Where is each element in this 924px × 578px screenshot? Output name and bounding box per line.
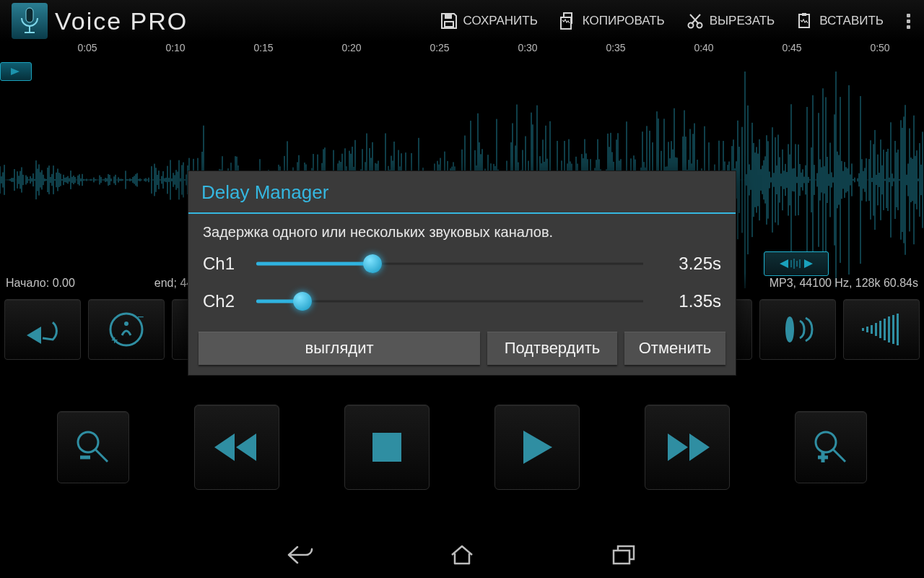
- timeline-tick: 0:40: [660, 42, 748, 62]
- overflow-menu-button[interactable]: [894, 12, 920, 31]
- ch1-slider-thumb[interactable]: [363, 254, 382, 273]
- copy-button[interactable]: КОПИРОВАТЬ: [548, 0, 675, 42]
- ch1-value: 3.25s: [656, 254, 721, 274]
- svg-marker-687: [689, 434, 710, 461]
- ch1-row: Ch1 3.25s: [188, 245, 736, 282]
- timeline: 0:05 0:10 0:15 0:20 0:25 0:30 0:35 0:40 …: [0, 42, 924, 62]
- app-title: Voice PRO: [55, 7, 188, 35]
- paste-button[interactable]: ВСТАВИТЬ: [785, 0, 894, 42]
- zoom-out-button[interactable]: [57, 411, 129, 483]
- svg-rect-693: [614, 551, 629, 564]
- format-info: MP3, 44100 Hz, 128k 60.84s: [770, 277, 918, 290]
- recents-nav-button[interactable]: [608, 539, 640, 571]
- svg-marker-685: [523, 431, 552, 464]
- dialog-description: Задержка одного или нескольких звуковых …: [188, 214, 736, 245]
- copy-icon: [558, 11, 578, 31]
- ch2-slider[interactable]: [256, 291, 643, 311]
- zoom-in-button[interactable]: [795, 411, 867, 483]
- save-icon: [439, 11, 459, 31]
- svg-line-689: [833, 449, 845, 462]
- ch2-row: Ch2 1.35s: [188, 282, 736, 320]
- copy-label: КОПИРОВАТЬ: [583, 14, 665, 28]
- svg-marker-686: [668, 434, 688, 461]
- end-label: end;: [154, 277, 177, 290]
- svg-marker-682: [236, 434, 256, 461]
- svg-rect-671: [866, 327, 868, 332]
- app-logo: [12, 3, 48, 39]
- start-label: Начало:: [6, 277, 49, 290]
- voice-button[interactable]: [759, 299, 836, 360]
- timeline-tick: 0:20: [308, 42, 396, 62]
- preview-button[interactable]: выглядит: [199, 332, 480, 365]
- timeline-tick: 0:30: [484, 42, 572, 62]
- svg-point-688: [816, 432, 836, 452]
- timeline-tick: 0:50: [836, 42, 924, 62]
- timeline-tick: 0:25: [396, 42, 484, 62]
- svg-rect-10: [802, 13, 806, 16]
- start-value: 0.00: [53, 277, 75, 290]
- svg-marker-657: [804, 259, 813, 268]
- cancel-button[interactable]: Отменить: [624, 332, 725, 365]
- top-toolbar: Voice PRO СОХРАНИТЬ КОПИРОВАТЬ ВЫРЕЗАТЬ …: [0, 0, 924, 42]
- svg-rect-0: [26, 8, 33, 22]
- svg-rect-672: [871, 325, 873, 334]
- fade-button[interactable]: [843, 299, 920, 360]
- svg-line-680: [95, 449, 108, 462]
- svg-rect-3: [445, 14, 452, 19]
- confirm-button[interactable]: Подтвердить: [487, 332, 617, 365]
- timeline-tick: 0:45: [748, 42, 836, 62]
- svg-point-679: [78, 432, 98, 452]
- home-nav-button[interactable]: [446, 539, 478, 571]
- save-button[interactable]: СОХРАНИТЬ: [429, 0, 548, 42]
- svg-marker-658: [27, 327, 41, 344]
- svg-point-660: [124, 322, 128, 326]
- timeline-tick: 0:05: [43, 42, 131, 62]
- svg-rect-676: [888, 316, 890, 342]
- ch2-label: Ch2: [203, 291, 243, 311]
- svg-text:+: +: [111, 334, 118, 346]
- undo-button[interactable]: [4, 299, 81, 360]
- svg-rect-684: [372, 433, 401, 462]
- play-button[interactable]: [494, 405, 580, 490]
- forward-button[interactable]: [645, 405, 730, 490]
- delay-manager-dialog: Delay Manager Задержка одного или нескол…: [188, 171, 736, 376]
- save-label: СОХРАНИТЬ: [463, 14, 538, 28]
- svg-rect-674: [879, 321, 881, 338]
- rewind-button[interactable]: [194, 405, 279, 490]
- dialog-buttons: выглядит Подтвердить Отменить: [188, 320, 736, 375]
- ch2-slider-thumb[interactable]: [293, 292, 312, 311]
- transport-controls: [0, 405, 924, 490]
- back-nav-button[interactable]: [284, 539, 316, 571]
- svg-marker-652: [780, 259, 788, 268]
- ch1-slider[interactable]: [256, 254, 643, 274]
- ch2-value: 1.35s: [656, 291, 721, 311]
- svg-marker-683: [214, 434, 235, 461]
- svg-rect-673: [875, 323, 877, 336]
- ch1-label: Ch1: [203, 254, 243, 274]
- cut-label: ВЫРЕЗАТЬ: [710, 14, 775, 28]
- dialog-title: Delay Manager: [188, 171, 736, 214]
- svg-rect-670: [862, 328, 864, 331]
- paste-icon: [795, 11, 815, 31]
- ch1-slider-fill: [256, 262, 372, 266]
- paste-label: ВСТАВИТЬ: [819, 14, 884, 28]
- stop-button[interactable]: [344, 405, 430, 490]
- svg-rect-4: [445, 22, 453, 27]
- svg-rect-675: [884, 319, 886, 340]
- timeline-tick: 0:15: [219, 42, 308, 62]
- timeline-tick: 0:10: [131, 42, 219, 62]
- selection-end-handle[interactable]: [764, 251, 829, 276]
- svg-rect-678: [897, 314, 899, 345]
- svg-text:−: −: [137, 311, 144, 323]
- timeline-tick: 0:35: [572, 42, 660, 62]
- svg-rect-677: [892, 315, 894, 344]
- cut-button[interactable]: ВЫРЕЗАТЬ: [675, 0, 785, 42]
- cut-icon: [685, 11, 705, 31]
- speed-button[interactable]: +−: [88, 299, 165, 360]
- android-navbar: [0, 532, 924, 578]
